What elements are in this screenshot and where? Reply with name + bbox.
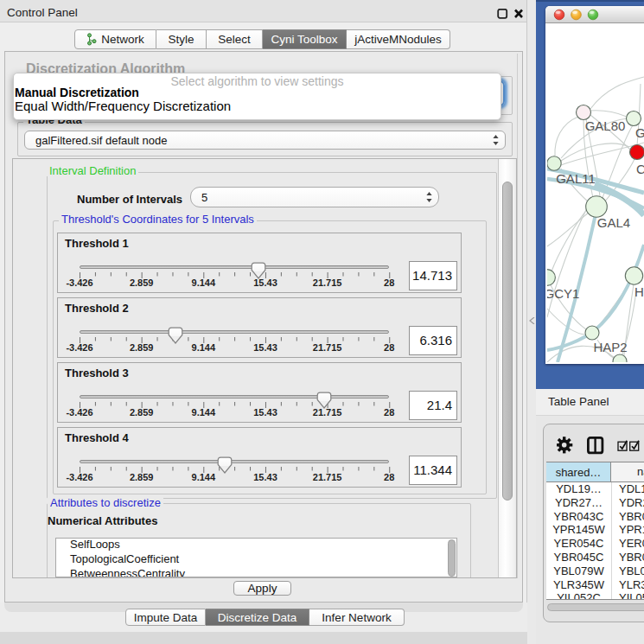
svg-text:GAL11: GAL11 (556, 171, 596, 186)
svg-text:C: C (636, 162, 644, 176)
svg-text:HIS: HIS (634, 284, 644, 299)
svg-text:GAL4: GAL4 (597, 215, 630, 230)
svg-text:GAL80: GAL80 (585, 118, 626, 133)
svg-text:GCY1: GCY1 (547, 286, 579, 301)
svg-text:HAP2: HAP2 (593, 340, 627, 354)
svg-text:GAL: GAL (635, 125, 644, 140)
